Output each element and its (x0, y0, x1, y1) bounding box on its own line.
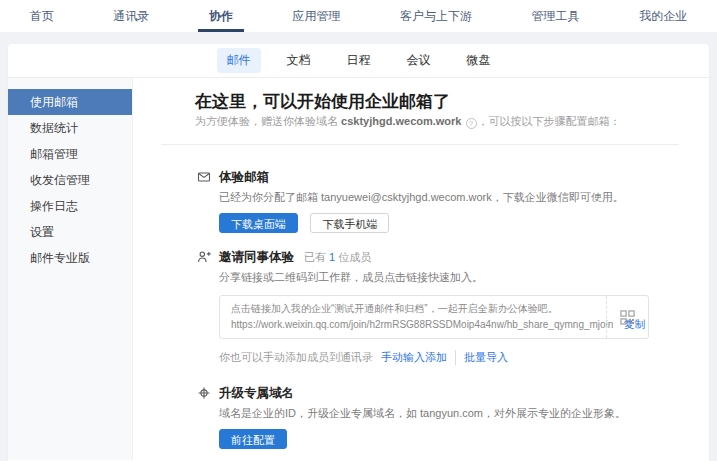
sidebar-item-send-receive[interactable]: 收发信管理 (8, 167, 132, 193)
nav-item-contacts[interactable]: 通讯录 (107, 0, 155, 32)
content-panel: 邮件 文档 日程 会议 微盘 使用邮箱 数据统计 邮箱管理 收发信管理 操作日志… (8, 44, 709, 461)
member-count-badge: 已有 1 位成员 (304, 250, 371, 265)
nav-item-apps[interactable]: 应用管理 (286, 0, 346, 32)
section-title-trial-mailbox: 体验邮箱 (219, 169, 269, 185)
tab-mail[interactable]: 邮件 (217, 48, 261, 73)
person-add-icon (197, 250, 211, 264)
subtitle-prefix: 为方便体验，赠送你体验域名 (195, 115, 341, 127)
qr-code-button[interactable] (606, 296, 648, 338)
manual-input-link[interactable]: 手动输入添加 (381, 350, 447, 365)
section-trial-mailbox: 体验邮箱 已经为你分配了邮箱 tanyuewei@csktyjhgd.wecom… (197, 169, 679, 233)
download-mobile-button[interactable]: 下载手机端 (310, 213, 389, 233)
sidebar-item-logs[interactable]: 操作日志 (8, 193, 132, 219)
batch-import-link[interactable]: 批量导入 (455, 350, 508, 365)
tab-meeting[interactable]: 会议 (397, 48, 441, 73)
tab-docs[interactable]: 文档 (277, 48, 321, 73)
page-subtitle: 为方便体验，赠送你体验域名 csktyjhgd.wecom.work ，可以按以… (195, 114, 679, 129)
share-invite-text: 点击链接加入我的企业“测试开通邮件和归档”，一起开启全新办公体验吧。 (231, 302, 606, 316)
share-link-box: 点击链接加入我的企业“测试开通邮件和归档”，一起开启全新办公体验吧。 https… (219, 295, 649, 339)
trial-domain-text: csktyjhgd.wecom.work (341, 115, 461, 127)
page-title: 在这里，可以开始使用企业邮箱了 (195, 92, 679, 111)
download-desktop-button[interactable]: 下载桌面端 (219, 213, 298, 233)
info-circle-icon[interactable] (466, 118, 477, 129)
tab-drive[interactable]: 微盘 (457, 48, 501, 73)
sidebar-item-mail-pro[interactable]: 邮件专业版 (8, 245, 132, 271)
section-invite: 邀请同事体验 已有 1 位成员 分享链接或二维码到工作群，成员点击链接快速加入。… (197, 249, 679, 365)
nav-item-my-company[interactable]: 我的企业 (633, 0, 693, 32)
go-configure-button[interactable]: 前往配置 (219, 429, 287, 449)
section-invite-body: 邀请同事体验 已有 1 位成员 分享链接或二维码到工作群，成员点击链接快速加入。… (219, 249, 649, 365)
share-url: https://work.weixin.qq.com/join/h2rmRSG8… (231, 319, 613, 330)
nav-item-customers[interactable]: 客户与上下游 (394, 0, 478, 32)
upgrade-domain-desc: 域名是企业的ID，升级企业专属域名，如 tangyun.com，对外展示专业的企… (219, 406, 626, 421)
section-upgrade-domain-body: 升级专属域名 域名是企业的ID，升级企业专属域名，如 tangyun.com，对… (219, 385, 626, 449)
section-title-upgrade-domain: 升级专属域名 (219, 385, 294, 401)
sidebar-item-mailbox-admin[interactable]: 邮箱管理 (8, 141, 132, 167)
globe-crosshair-icon (197, 386, 211, 400)
top-navigation: 首页 通讯录 协作 应用管理 客户与上下游 管理工具 我的企业 (0, 0, 717, 32)
manual-add-hint: 你也可以手动添加成员到通讯录 (219, 350, 373, 365)
sidebar-item-statistics[interactable]: 数据统计 (8, 115, 132, 141)
qr-code-icon (620, 310, 635, 325)
badge-suffix: 位成员 (335, 251, 371, 263)
nav-item-home[interactable]: 首页 (24, 0, 60, 32)
section-title-invite: 邀请同事体验 (219, 249, 294, 265)
tab-calendar[interactable]: 日程 (337, 48, 381, 73)
invite-desc: 分享链接或二维码到工作群，成员点击链接快速加入。 (219, 270, 649, 285)
manual-add-row: 你也可以手动添加成员到通讯录 手动输入添加 批量导入 (219, 350, 649, 365)
envelope-icon (197, 170, 211, 184)
main-content: 在这里，可以开始使用企业邮箱了 为方便体验，赠送你体验域名 csktyjhgd.… (133, 78, 709, 460)
trial-mailbox-desc: 已经为你分配了邮箱 tanyuewei@csktyjhgd.wecom.work… (219, 190, 624, 205)
nav-item-collaboration[interactable]: 协作 (203, 0, 239, 32)
sidebar: 使用邮箱 数据统计 邮箱管理 收发信管理 操作日志 设置 邮件专业版 (8, 78, 133, 460)
sidebar-item-use-mailbox[interactable]: 使用邮箱 (8, 89, 132, 115)
panel-body: 使用邮箱 数据统计 邮箱管理 收发信管理 操作日志 设置 邮件专业版 在这里，可… (8, 78, 709, 460)
tab-bar: 邮件 文档 日程 会议 微盘 (8, 44, 709, 78)
sidebar-item-settings[interactable]: 设置 (8, 219, 132, 245)
badge-prefix: 已有 (304, 251, 329, 263)
subtitle-suffix: ，可以按以下步骤配置邮箱： (478, 115, 621, 127)
section-divider (161, 144, 679, 145)
nav-item-admin-tools[interactable]: 管理工具 (526, 0, 586, 32)
section-trial-mailbox-body: 体验邮箱 已经为你分配了邮箱 tanyuewei@csktyjhgd.wecom… (219, 169, 624, 233)
section-upgrade-domain: 升级专属域名 域名是企业的ID，升级企业专属域名，如 tangyun.com，对… (197, 385, 679, 449)
share-texts: 点击链接加入我的企业“测试开通邮件和归档”，一起开启全新办公体验吧。 https… (220, 296, 606, 338)
